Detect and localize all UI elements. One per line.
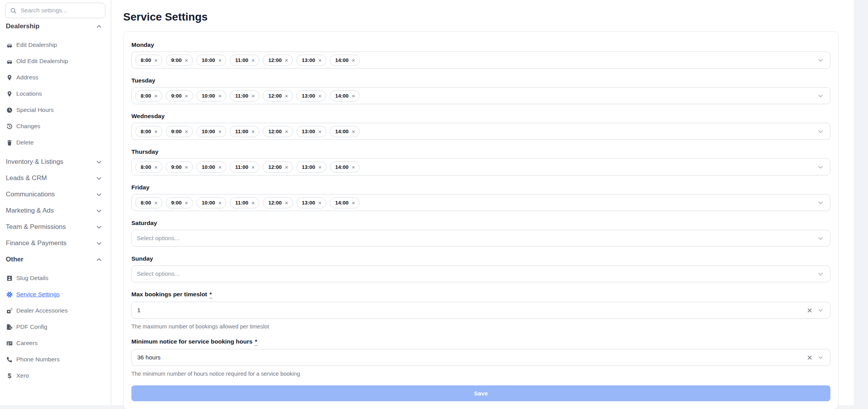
sidebar-item-edit-dealership[interactable]: Edit Dealership <box>5 37 105 53</box>
sidebar-item-pdf-config[interactable]: PDF Config <box>5 319 105 335</box>
search-icon <box>10 7 17 14</box>
remove-tag-icon[interactable]: × <box>318 164 322 170</box>
remove-tag-icon[interactable]: × <box>185 200 188 206</box>
field-label: Tuesday <box>131 77 830 84</box>
remove-tag-icon[interactable]: × <box>352 200 355 206</box>
time-tag-label: 14:00 <box>335 200 349 206</box>
monday-select[interactable]: 8:00×9:00×10:00×11:00×12:00×13:00×14:00× <box>131 52 830 69</box>
search-input[interactable] <box>21 7 100 14</box>
section-header-other[interactable]: Other <box>5 251 105 268</box>
settings-card: Monday8:00×9:00×10:00×11:00×12:00×13:00×… <box>123 31 839 409</box>
section-header-team-permissions[interactable]: Team & Permissions <box>5 219 105 235</box>
search-box[interactable] <box>5 3 105 18</box>
sidebar-item-careers[interactable]: Careers <box>5 335 105 351</box>
sidebar-item-slug-details[interactable]: Slug Details <box>5 270 105 286</box>
min-notice-select[interactable]: 36 hours <box>131 349 830 366</box>
chevron-down-icon <box>817 354 824 361</box>
remove-tag-icon[interactable]: × <box>185 93 188 99</box>
remove-tag-icon[interactable]: × <box>318 57 322 63</box>
section-header-marketing-ads[interactable]: Marketing & Ads <box>5 203 105 219</box>
remove-tag-icon[interactable]: × <box>154 57 158 63</box>
sidebar-item-special-hours[interactable]: Special Hours <box>5 102 105 118</box>
time-tag-label: 9:00 <box>171 129 182 134</box>
time-tag-label: 13:00 <box>302 200 315 206</box>
clear-icon[interactable] <box>806 307 813 314</box>
time-tag-label: 9:00 <box>171 57 182 63</box>
time-tag: 10:00× <box>196 90 226 101</box>
remove-tag-icon[interactable]: × <box>218 57 222 63</box>
sidebar-item-xero[interactable]: $Xero <box>5 368 105 384</box>
car-icon <box>6 42 13 48</box>
time-tag: 12:00× <box>263 90 293 101</box>
section-header-inventory-listings[interactable]: Inventory & Listings <box>5 154 105 170</box>
section-header-dealership[interactable]: Dealership <box>5 18 105 34</box>
remove-tag-icon[interactable]: × <box>318 129 322 134</box>
time-tag: 9:00× <box>166 197 193 208</box>
chevron-down-icon <box>817 199 824 206</box>
remove-tag-icon[interactable]: × <box>154 164 158 170</box>
remove-tag-icon[interactable]: × <box>218 164 222 170</box>
max-bookings-select[interactable]: 1 <box>131 302 830 319</box>
clear-icon[interactable] <box>806 354 813 361</box>
section-items: Slug DetailsService SettingsDealer Acces… <box>5 270 105 384</box>
sidebar-item-phone-numbers[interactable]: Phone Numbers <box>5 351 105 368</box>
remove-tag-icon[interactable]: × <box>285 200 288 206</box>
section-header-finance-payments[interactable]: Finance & Payments <box>5 235 105 251</box>
sidebar-item-old-edit-dealership[interactable]: Old Edit Dealership <box>5 53 105 69</box>
remove-tag-icon[interactable]: × <box>318 93 322 99</box>
field-saturday: SaturdaySelect options... <box>131 220 830 247</box>
time-tag: 10:00× <box>196 197 226 208</box>
time-tag: 13:00× <box>296 55 326 66</box>
remove-tag-icon[interactable]: × <box>352 164 355 170</box>
remove-tag-icon[interactable]: × <box>251 129 255 134</box>
remove-tag-icon[interactable]: × <box>218 129 222 134</box>
field-sunday: SundaySelect options... <box>131 255 830 282</box>
thursday-select[interactable]: 8:00×9:00×10:00×11:00×12:00×13:00×14:00× <box>131 158 830 175</box>
remove-tag-icon[interactable]: × <box>352 129 355 134</box>
sidebar-item-changes[interactable]: Changes <box>5 118 105 134</box>
remove-tag-icon[interactable]: × <box>285 57 288 63</box>
remove-tag-icon[interactable]: × <box>285 93 288 99</box>
time-tag: 10:00× <box>196 162 226 173</box>
wednesday-select[interactable]: 8:00×9:00×10:00×11:00×12:00×13:00×14:00× <box>131 123 830 140</box>
remove-tag-icon[interactable]: × <box>185 57 188 63</box>
remove-tag-icon[interactable]: × <box>285 129 288 134</box>
friday-select[interactable]: 8:00×9:00×10:00×11:00×12:00×13:00×14:00× <box>131 194 830 211</box>
page-title: Service Settings <box>123 10 846 24</box>
time-tag-label: 11:00 <box>235 200 248 206</box>
remove-tag-icon[interactable]: × <box>251 200 255 206</box>
remove-tag-icon[interactable]: × <box>154 93 158 99</box>
remove-tag-icon[interactable]: × <box>285 164 288 170</box>
time-tag-label: 11:00 <box>235 57 248 63</box>
tuesday-select[interactable]: 8:00×9:00×10:00×11:00×12:00×13:00×14:00× <box>131 87 830 104</box>
section-header-communications[interactable]: Communications <box>5 186 105 203</box>
section-header-leads-crm[interactable]: Leads & CRM <box>5 170 105 186</box>
dollar-icon: $ <box>6 373 13 379</box>
remove-tag-icon[interactable]: × <box>352 93 355 99</box>
sidebar-item-locations[interactable]: Locations <box>5 86 105 102</box>
remove-tag-icon[interactable]: × <box>251 57 255 63</box>
sidebar-item-dealer-accessories[interactable]: Dealer Accessories <box>5 302 105 319</box>
remove-tag-icon[interactable]: × <box>218 93 222 99</box>
remove-tag-icon[interactable]: × <box>318 200 322 206</box>
remove-tag-icon[interactable]: × <box>352 57 355 63</box>
sunday-select[interactable]: Select options... <box>131 265 830 282</box>
sidebar-item-address[interactable]: Address <box>5 69 105 86</box>
remove-tag-icon[interactable]: × <box>154 129 158 134</box>
sidebar-item-service-settings[interactable]: Service Settings <box>5 286 105 302</box>
selected-tags: 8:00×9:00×10:00×11:00×12:00×13:00×14:00× <box>135 162 360 173</box>
sidebar-item-delete[interactable]: Delete <box>5 134 105 151</box>
time-tag: 8:00× <box>135 126 162 137</box>
remove-tag-icon[interactable]: × <box>218 200 222 206</box>
remove-tag-icon[interactable]: × <box>251 164 255 170</box>
save-button[interactable]: Save <box>131 385 830 401</box>
contact-card-icon <box>6 275 13 282</box>
saturday-select[interactable]: Select options... <box>131 230 830 247</box>
remove-tag-icon[interactable]: × <box>185 129 188 134</box>
time-tag-label: 12:00 <box>268 129 282 134</box>
remove-tag-icon[interactable]: × <box>154 200 158 206</box>
remove-tag-icon[interactable]: × <box>185 164 188 170</box>
remove-tag-icon[interactable]: × <box>251 93 255 99</box>
time-tag-label: 10:00 <box>202 93 215 99</box>
sidebar-item-label: Special Hours <box>16 107 54 113</box>
